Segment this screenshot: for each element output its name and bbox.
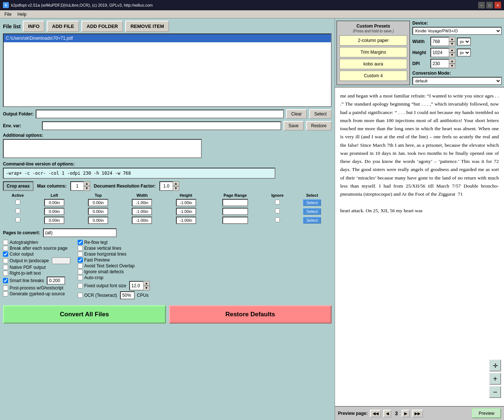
conv-mode-select[interactable]: default trim fitpage crop: [412, 77, 502, 85]
crop-row2-active[interactable]: [15, 209, 20, 213]
height-unit-select[interactable]: pxin: [457, 49, 471, 57]
cb-landscape[interactable]: [3, 258, 8, 263]
env-var-input[interactable]: [42, 121, 281, 130]
select-output-button[interactable]: Select: [309, 109, 332, 119]
height-down[interactable]: ▼: [449, 53, 455, 57]
additional-options-input[interactable]: [3, 139, 202, 158]
dpi-down[interactable]: ▼: [449, 64, 455, 68]
maximize-button[interactable]: □: [486, 2, 493, 8]
cb-ignore-defects[interactable]: [78, 269, 83, 274]
crop-row1-left[interactable]: [44, 199, 64, 206]
height-input[interactable]: [430, 48, 449, 57]
fixed-font-up[interactable]: ▲: [143, 281, 150, 286]
crop-row2-select[interactable]: Select: [303, 208, 321, 215]
cb-avoid-overlap[interactable]: [78, 263, 83, 268]
fixed-font-down[interactable]: ▼: [143, 286, 150, 291]
max-columns-input[interactable]: [70, 181, 84, 191]
menu-help[interactable]: Help: [14, 11, 29, 18]
add-file-button[interactable]: ADD FILE: [47, 21, 79, 32]
cb-erase-horiz[interactable]: [78, 252, 83, 257]
restore-defaults-button[interactable]: Restore Defaults: [169, 305, 332, 324]
crop-row3-height[interactable]: [176, 217, 196, 224]
landscape-color-picker[interactable]: [52, 257, 70, 264]
cb-auto-crop[interactable]: [78, 275, 83, 280]
info-button[interactable]: INFO: [23, 21, 45, 32]
preview-button[interactable]: Preview: [472, 409, 501, 418]
crop-row1-ignore[interactable]: [275, 200, 280, 204]
menu-file[interactable]: File: [1, 11, 14, 18]
cb-smart-line[interactable]: [3, 278, 8, 283]
preset-trim-margins[interactable]: Trim Margins: [339, 47, 407, 57]
cb-fixed-font[interactable]: [78, 283, 83, 288]
cb-marked-source[interactable]: [3, 291, 8, 296]
cb-ocr-tesseract[interactable]: [78, 293, 83, 298]
minimize-button[interactable]: −: [478, 2, 485, 8]
next-page-button[interactable]: ▶: [402, 410, 410, 417]
crop-row2-ignore[interactable]: [275, 209, 280, 213]
crop-row3-active[interactable]: [15, 217, 20, 222]
cb-color-output[interactable]: [3, 252, 8, 257]
drf-down[interactable]: ▼: [173, 186, 179, 191]
crop-row1-width[interactable]: [132, 199, 152, 206]
preset-2col-paper[interactable]: 2-column paper: [339, 35, 407, 46]
pages-input[interactable]: [43, 228, 117, 237]
drf-control[interactable]: ▲ ▼: [159, 181, 179, 191]
crop-row3-left[interactable]: [44, 217, 64, 224]
crop-row1-height[interactable]: [176, 199, 196, 206]
cb-native-pdf[interactable]: [3, 265, 8, 270]
width-up[interactable]: ▲: [449, 37, 455, 42]
close-button[interactable]: ✕: [494, 2, 501, 8]
drf-up[interactable]: ▲: [173, 181, 179, 186]
clear-button[interactable]: Clear: [286, 109, 307, 119]
max-columns-control[interactable]: ▲ ▼: [70, 181, 90, 191]
crop-row2-top[interactable]: [88, 208, 108, 215]
height-up[interactable]: ▲: [449, 48, 455, 53]
preset-kobo-aura[interactable]: kobo aura: [339, 59, 407, 69]
max-columns-down[interactable]: ▼: [84, 186, 90, 191]
crop-row3-select[interactable]: Select: [303, 217, 321, 224]
crop-row1-active[interactable]: [15, 200, 20, 204]
smart-line-input[interactable]: [47, 277, 65, 285]
save-button[interactable]: Save: [283, 121, 304, 131]
crop-row3-ignore[interactable]: [275, 217, 280, 222]
max-columns-up[interactable]: ▲: [84, 181, 90, 186]
ocr-pct-input[interactable]: [120, 291, 135, 299]
crop-row3-top[interactable]: [88, 217, 108, 224]
device-select[interactable]: Kindle Voyage/PW3+/O Kindle Paperwhite K…: [412, 27, 502, 35]
cb-autostraighten[interactable]: [3, 240, 8, 245]
file-list-item[interactable]: C:\Users\sk\Downloads\70+71.pdf: [4, 34, 331, 42]
convert-all-button[interactable]: Convert All Files: [3, 305, 166, 324]
preset-custom4[interactable]: Custom 4: [339, 71, 407, 81]
pan-button[interactable]: ✛: [489, 360, 501, 371]
last-page-button[interactable]: ▶▶: [412, 410, 423, 417]
output-folder-input[interactable]: [36, 110, 284, 118]
crop-row2-height[interactable]: [176, 208, 196, 215]
dpi-up[interactable]: ▲: [449, 59, 455, 64]
crop-row3-width[interactable]: [132, 217, 152, 224]
crop-row2-range[interactable]: [222, 208, 248, 215]
add-folder-button[interactable]: ADD FOLDER: [81, 21, 123, 32]
crop-row3-range[interactable]: [222, 217, 248, 224]
cb-rtl[interactable]: [3, 271, 8, 276]
width-down[interactable]: ▼: [449, 42, 455, 46]
cb-erase-vert[interactable]: [78, 246, 83, 251]
zoom-out-button[interactable]: −: [489, 386, 501, 398]
restore-env-button[interactable]: Restore: [306, 121, 332, 131]
crop-row1-select[interactable]: Select: [303, 199, 321, 206]
zoom-in-button[interactable]: +: [489, 373, 501, 385]
cb-reflow-text[interactable]: [78, 240, 83, 245]
drf-input[interactable]: [159, 181, 173, 191]
cb-break-after[interactable]: [3, 246, 8, 251]
width-input[interactable]: [430, 37, 449, 46]
prev-page-button[interactable]: ◀: [383, 410, 391, 417]
width-unit-select[interactable]: pxin: [457, 38, 471, 46]
crop-row2-left[interactable]: [44, 208, 64, 215]
dpi-input[interactable]: [430, 59, 449, 68]
fixed-font-input[interactable]: [129, 281, 143, 291]
crop-row1-range[interactable]: [222, 199, 248, 206]
cb-postprocess[interactable]: [3, 285, 8, 291]
first-page-button[interactable]: ◀◀: [370, 410, 381, 417]
crop-row2-width[interactable]: [132, 208, 152, 215]
crop-row1-top[interactable]: [88, 199, 108, 206]
cb-fast-preview[interactable]: [78, 257, 83, 263]
